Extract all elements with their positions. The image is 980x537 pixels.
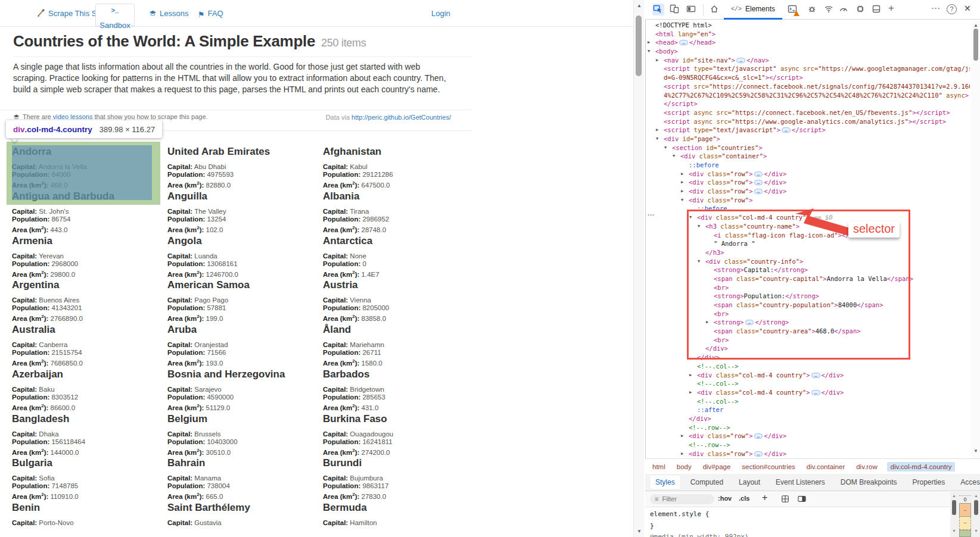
dom-tree-node[interactable]: <br> [645, 310, 970, 319]
dom-tree-node[interactable]: ▼<div class="container"> [645, 152, 970, 161]
tab-faq[interactable]: ⚑FAQ [198, 9, 223, 19]
dom-tree-node[interactable]: ▶<script type="text/javascript">…</scrip… [645, 126, 970, 135]
scroll-down-icon[interactable]: ▼ [974, 529, 978, 533]
dom-tree-node[interactable]: ▶<div class="row">…</div> [645, 187, 970, 196]
inspect-icon[interactable] [652, 4, 664, 15]
dom-tree-node[interactable]: </h3> [645, 248, 970, 257]
tab-dom-breakpoints[interactable]: DOM Breakpoints [836, 476, 902, 489]
dom-tree-node[interactable]: <br> [645, 336, 970, 345]
breadcrumb-item[interactable]: html [651, 462, 667, 472]
application-icon[interactable] [872, 4, 882, 15]
breadcrumb-item[interactable]: body [675, 462, 693, 472]
dom-tree-node[interactable]: <!--.col--> [645, 362, 970, 371]
page-scrollbar-thumb[interactable] [636, 15, 642, 76]
expand-ellipsis-icon[interactable]: … [811, 390, 820, 395]
close-icon[interactable]: ✕ [964, 4, 971, 13]
collapse-icon[interactable]: ▼ [698, 222, 700, 231]
dom-tree-node[interactable]: </div> [645, 414, 970, 423]
dom-tree-node[interactable]: ▶<div class="row">…</div> [645, 178, 970, 187]
home-icon[interactable] [710, 4, 720, 15]
expand-ellipsis-icon[interactable]: … [754, 180, 763, 185]
dom-tree-node[interactable]: ▼<div id="page"> [645, 135, 970, 143]
dom-tree-scrollbar[interactable]: ▲ ▼ [971, 21, 980, 458]
dom-tree-node[interactable]: ▶<div class="row">…</div> [645, 170, 970, 179]
expand-ellipsis-icon[interactable]: … [754, 189, 763, 194]
expand-icon[interactable]: ▶ [689, 388, 692, 397]
scrollbar-thumb[interactable] [952, 500, 956, 515]
dom-tree-node[interactable]: <strong>Population:</strong> [645, 292, 970, 301]
collapse-icon[interactable]: ▼ [664, 143, 667, 152]
expand-icon[interactable]: ▶ [681, 178, 683, 187]
breadcrumb-item[interactable]: div.col-md-4.country [887, 462, 956, 472]
expand-ellipsis-icon[interactable]: … [754, 433, 763, 439]
new-style-rule-icon[interactable]: + [762, 492, 767, 503]
scroll-up-icon[interactable]: ▲ [952, 494, 956, 498]
dom-tree-node[interactable]: ▶<head>…</head> [645, 38, 970, 47]
breadcrumb-item[interactable]: div#page [701, 462, 733, 472]
dom-tree-node[interactable]: <br> [645, 283, 970, 292]
page-scrollbar[interactable]: ▲ ▼ [633, 0, 644, 537]
dom-tree-node[interactable]: " Andorra " [645, 239, 970, 248]
dom-tree-node[interactable]: <script type="text/javascript" async src… [645, 64, 970, 73]
dom-tree-node[interactable]: ::before [645, 161, 970, 170]
expand-icon[interactable]: ▶ [648, 38, 650, 47]
toggle-hover-state-button[interactable]: :hov [718, 495, 732, 502]
collapse-icon[interactable]: ▼ [681, 196, 683, 205]
tab-elements[interactable]: </> Elements [724, 0, 782, 20]
expand-icon[interactable]: ▶ [681, 170, 683, 179]
expand-ellipsis-icon[interactable]: … [782, 127, 791, 133]
dom-tree-node[interactable]: <!--.row--> [645, 441, 970, 449]
dom-tree-node[interactable]: 4%2C77%2C67%2C109%2C59%2C58%2C31%2C96%2C… [645, 91, 970, 100]
scrollbar-thumb[interactable] [974, 500, 978, 515]
tab-lessons[interactable]: Lessons [149, 9, 188, 19]
scroll-down-icon[interactable]: ▼ [637, 529, 642, 534]
expand-ellipsis-icon[interactable]: … [754, 451, 763, 457]
tab-layout[interactable]: Layout [734, 476, 765, 489]
dom-tree-node[interactable]: ▼<div class="row"> [645, 196, 970, 205]
tab-properties[interactable]: Properties [908, 476, 950, 489]
expand-ellipsis-icon[interactable]: … [736, 58, 745, 63]
network-icon[interactable] [824, 4, 835, 15]
node-options-icon[interactable]: ... [648, 210, 655, 217]
dom-tree-node[interactable]: <script async src="https://connect.faceb… [645, 108, 970, 117]
dom-tree-node[interactable]: </script> [645, 99, 970, 108]
element-style-rule-open[interactable]: element.style { [650, 510, 709, 518]
scroll-up-icon[interactable]: ▲ [974, 494, 978, 498]
breadcrumb-item[interactable]: section#countries [740, 462, 797, 472]
dom-tree-node[interactable]: <span class="country-area">468.0</span> [645, 327, 970, 336]
scroll-up-icon[interactable]: ▲ [637, 3, 642, 8]
more-options-icon[interactable]: ⋯ [931, 3, 940, 14]
dom-tree-node[interactable]: ▼<body> [645, 47, 970, 56]
expand-icon[interactable]: ▶ [706, 318, 708, 327]
tab-computed[interactable]: Computed [686, 476, 728, 489]
scroll-down-icon[interactable]: ▼ [973, 448, 978, 454]
tab-styles[interactable]: Styles [651, 476, 680, 489]
dom-tree-node[interactable]: ::after [645, 405, 970, 414]
dom-tree-node[interactable]: ▼<section id="countries"> [645, 143, 970, 152]
computed-sidebar-toggle-icon[interactable] [798, 495, 806, 504]
expand-icon[interactable]: ▶ [689, 371, 692, 380]
expand-ellipsis-icon[interactable]: … [811, 373, 820, 378]
dom-tree-node[interactable]: ▶<strong>…</strong> [645, 318, 970, 327]
breadcrumb-item[interactable]: div.container [805, 462, 847, 472]
dom-tree-node[interactable]: <strong>Capital:</strong> [645, 266, 970, 274]
expand-ellipsis-icon[interactable]: … [745, 320, 754, 325]
overview-scrollbar[interactable]: ▲ ▼ [972, 492, 980, 537]
dom-tree-node[interactable]: ▶<div class="col-md-4 country">…</div> [645, 371, 970, 380]
expand-ellipsis-icon[interactable]: … [679, 40, 688, 45]
expand-icon[interactable]: ▶ [681, 432, 683, 441]
focus-mode-icon[interactable] [686, 4, 697, 15]
scroll-down-icon[interactable]: ▼ [952, 529, 956, 533]
dom-tree-node[interactable]: <!--.row--> [645, 423, 970, 432]
tab-event-listeners[interactable]: Event Listeners [771, 476, 830, 489]
dom-tree-node[interactable]: ▶<div class="row">…</div> [645, 449, 970, 458]
expand-icon[interactable]: ▶ [681, 187, 683, 196]
dom-tree-node[interactable]: d=G-09N5RQCFG4&cx=c&_slc=1"></script> [645, 73, 970, 82]
dom-tree-node[interactable]: ▶<div class="col-md-4 country">…</div> [645, 388, 970, 397]
performance-icon[interactable] [839, 4, 850, 15]
dom-tree-node[interactable]: </div> [645, 353, 970, 362]
dom-tree-node[interactable]: ▶<nav id="site-nav">…</nav> [645, 56, 970, 65]
dom-tree-scrollbar-thumb[interactable] [973, 29, 978, 61]
clipped-style-rule[interactable]: @media (min-width: 992px) [650, 533, 749, 537]
memory-icon[interactable] [855, 4, 866, 15]
